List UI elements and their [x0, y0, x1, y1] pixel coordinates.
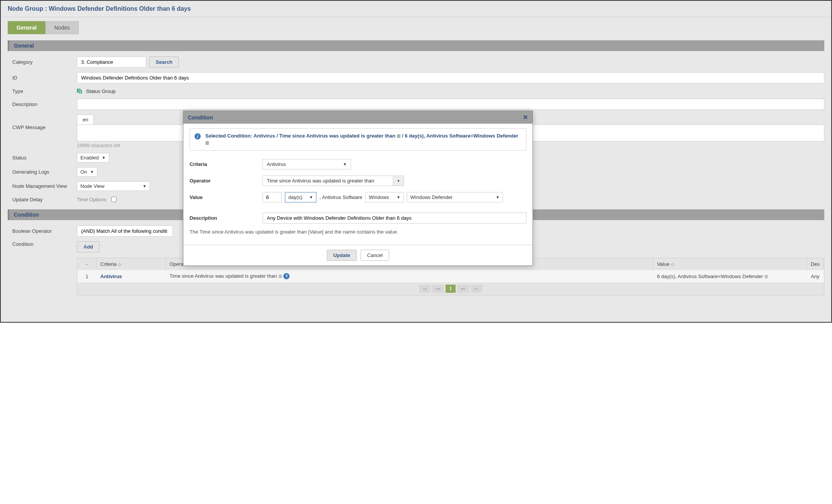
type-value: Status Group: [86, 88, 116, 94]
pager-next[interactable]: ▸▸: [457, 285, 469, 293]
cell-value: 6 day(s), Antivirus Software=Windows Def…: [653, 270, 807, 282]
genlogs-select[interactable]: On ▼: [77, 167, 97, 177]
info-box: i Selected Condition: Antivirus / Time s…: [190, 128, 526, 151]
chevron-down-icon: ▾: [398, 179, 399, 183]
status-select[interactable]: Enabled ▼: [77, 153, 109, 162]
nodeview-label: Node Management View: [8, 183, 77, 189]
nodeview-select[interactable]: Node View ▼: [77, 181, 150, 191]
chevron-down-icon: ▼: [102, 156, 106, 160]
chevron-down-icon: ▼: [396, 195, 400, 199]
cell-index: 1: [77, 270, 97, 282]
value-unit: day(s): [288, 194, 302, 200]
cell-operator: Time since Antivirus was updated is grea…: [166, 270, 653, 282]
th-criteria[interactable]: Criteria◇: [97, 258, 166, 270]
tab-bar: General Nodes: [1, 17, 831, 34]
chevron-down-icon: ▼: [309, 195, 313, 199]
chevron-down-icon: ▼: [143, 184, 146, 188]
modal-criteria-label: Criteria: [190, 161, 259, 167]
type-label: Type: [8, 88, 77, 94]
value-os-select[interactable]: Windows ▼: [365, 192, 404, 202]
modal-hint: The Time since Antivirus was updated is …: [190, 227, 526, 240]
status-value: Enabled: [80, 155, 99, 161]
value-number-input[interactable]: [263, 192, 282, 202]
cancel-button[interactable]: Cancel: [361, 250, 389, 261]
th-index: -: [77, 258, 97, 270]
status-label: Status: [8, 155, 77, 161]
chevron-down-icon: ▼: [90, 170, 94, 174]
chevron-down-icon: ▼: [343, 162, 347, 166]
table-row[interactable]: 1 Antivirus Time since Antivirus was upd…: [77, 270, 824, 282]
description-label: Description: [8, 101, 77, 107]
tab-nodes[interactable]: Nodes: [45, 21, 78, 34]
modal-value-label: Value: [190, 194, 259, 200]
value-unit-select[interactable]: day(s) ▼: [285, 192, 316, 202]
condition-modal: Condition ✕ i Selected Condition: Antivi…: [183, 111, 533, 266]
modal-title: Condition: [188, 114, 213, 121]
update-button[interactable]: Update: [327, 250, 357, 261]
chevron-down-icon: ▼: [496, 195, 499, 199]
close-icon[interactable]: ✕: [523, 114, 528, 121]
status-group-icon: S: [77, 88, 83, 94]
nodeview-value: Node View: [80, 183, 105, 189]
bool-select[interactable]: [77, 225, 173, 237]
pager-last[interactable]: ▸ı: [471, 285, 482, 293]
pager-prev[interactable]: ◂◂: [432, 285, 444, 293]
criteria-value: Antivirus: [267, 161, 286, 167]
pager: ı◂ ◂◂ 1 ▸▸ ▸ı: [77, 282, 824, 295]
cond-label: Condition: [8, 241, 77, 247]
id-label: ID: [8, 75, 77, 81]
svg-text:S: S: [79, 90, 82, 94]
info-icon: i: [195, 133, 201, 139]
value-software: Windows Defender: [410, 194, 453, 200]
pager-first[interactable]: ı◂: [419, 285, 430, 293]
operator-select[interactable]: Time since Antivirus was updated is grea…: [263, 176, 393, 186]
category-input[interactable]: [77, 56, 146, 68]
description-input[interactable]: [77, 99, 824, 110]
modal-description-input[interactable]: [263, 212, 526, 224]
search-button[interactable]: Search: [149, 56, 179, 68]
windows-icon: ⊞: [278, 274, 282, 279]
windows-icon: ⊞: [205, 140, 209, 146]
help-icon[interactable]: ?: [283, 273, 290, 279]
value-software-select[interactable]: Windows Defender ▼: [407, 192, 503, 202]
operator-value: Time since Antivirus was updated is grea…: [267, 178, 374, 184]
info-text: Selected Condition: Antivirus / Time sin…: [205, 133, 521, 146]
cell-criteria[interactable]: Antivirus: [100, 274, 122, 279]
page-title: Node Group : Windows Defender Definition…: [1, 1, 831, 17]
value-os: Windows: [369, 194, 389, 200]
criteria-select[interactable]: Antivirus ▼: [263, 159, 351, 169]
sort-icon: ◇: [671, 262, 674, 267]
sort-icon: ◇: [118, 262, 121, 267]
cwp-label: CWP Message: [8, 114, 77, 130]
delay-text: Time Options: [77, 197, 106, 202]
genlogs-value: On: [80, 169, 87, 175]
section-header-general: General: [8, 40, 824, 51]
pager-page[interactable]: 1: [446, 285, 456, 293]
modal-description-label: Description: [190, 215, 259, 221]
cwp-lang-tab[interactable]: en: [77, 114, 94, 124]
delay-checkbox[interactable]: [111, 197, 116, 202]
delay-label: Update Delay: [8, 197, 77, 202]
cell-desc: Any: [807, 270, 824, 282]
bool-label: Boolean Operator: [8, 228, 77, 234]
id-input[interactable]: [77, 72, 824, 83]
operator-dropdown-button[interactable]: ▾: [393, 176, 404, 186]
modal-operator-label: Operator: [190, 178, 259, 184]
add-button[interactable]: Add: [77, 241, 100, 252]
tab-general[interactable]: General: [8, 21, 45, 34]
th-desc[interactable]: Des: [807, 258, 824, 270]
value-software-label: , Antivirus Software: [319, 194, 362, 200]
genlogs-label: Generating Logs: [8, 169, 77, 175]
windows-icon: ⊞: [397, 133, 401, 139]
category-label: Category: [8, 59, 77, 65]
windows-icon: ⊞: [764, 274, 768, 279]
th-value[interactable]: Value◇: [653, 258, 807, 270]
